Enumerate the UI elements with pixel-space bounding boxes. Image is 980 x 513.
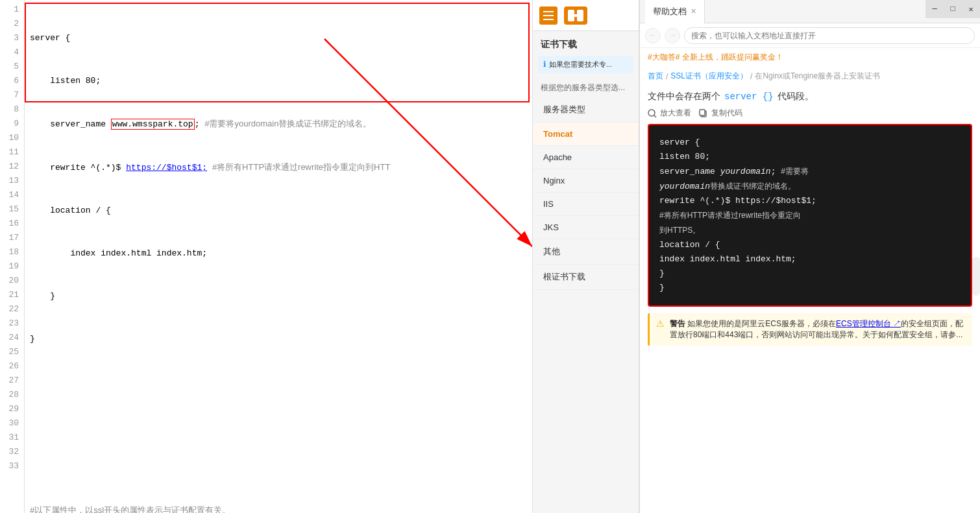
search-input[interactable]	[684, 27, 975, 44]
code-content: server { listen 80; server_name www.wmss…	[25, 0, 532, 513]
breadcrumb-home[interactable]: 首页	[648, 71, 663, 82]
line-numbers: 12345 678910 1112131415 1617181920 21222…	[0, 0, 25, 513]
content-title: 文件中会存在两个 server {} 代码段。	[648, 91, 972, 102]
breadcrumb-sep2: /	[750, 72, 752, 81]
promo-banner: #大咖答# 全新上线，踊跃提问赢奖金！	[640, 48, 980, 67]
sidebar-item-root-cert[interactable]: 根证书下载	[533, 265, 639, 290]
right-panel: — □ ✕ 帮助文档 ✕ ← → #大咖答# 全新上线，踊跃提问赢奖金！ 首页 …	[639, 0, 980, 513]
svg-rect-4	[570, 14, 581, 17]
window-controls: — □ ✕	[925, 0, 980, 18]
warning-icon: ⚠	[656, 318, 665, 340]
tab-close-button[interactable]: ✕	[691, 7, 696, 16]
middle-panel: 证书下载 ℹ 如果您需要技术专... 根据您的服务器类型选... 服务器类型 T…	[532, 0, 639, 513]
breadcrumb-current: 在Nginx或Tengine服务器上安装证书	[755, 71, 880, 82]
code-editor-panel: 12345 678910 1112131415 1617181920 21222…	[0, 0, 532, 513]
breadcrumb-ssl[interactable]: SSL证书（应用安全）	[670, 71, 748, 82]
sidebar-item-tomcat[interactable]: Tomcat	[533, 123, 639, 146]
code-block-dark: server { listen 80; server_name yourdoma…	[648, 124, 972, 307]
code-area: 12345 678910 1112131415 1617181920 21222…	[0, 0, 532, 513]
minimize-button[interactable]: —	[925, 0, 944, 18]
ecs-link[interactable]: ECS管理控制台 ↗	[836, 319, 901, 328]
sidebar-item-server-type[interactable]: 服务器类型	[533, 97, 639, 123]
logo-icon	[564, 6, 587, 25]
breadcrumb: 首页 / SSL证书（应用安全） / 在Nginx或Tengine服务器上安装证…	[640, 67, 980, 86]
scrollbar[interactable]	[972, 257, 980, 296]
info-banner: ℹ 如果您需要技术专...	[538, 56, 633, 73]
sidebar-item-other[interactable]: 其他	[533, 239, 639, 265]
top-nav-bar	[533, 0, 639, 31]
action-bar: 放大查看 复制代码	[648, 108, 972, 119]
info-icon: ℹ	[543, 60, 546, 69]
content-title-code: server {}	[724, 91, 774, 102]
svg-rect-8	[700, 110, 705, 115]
code-lines: 12345 678910 1112131415 1617181920 21222…	[0, 0, 532, 513]
copy-action[interactable]: 复制代码	[699, 108, 742, 119]
forward-button[interactable]: →	[665, 28, 680, 43]
sidebar-menu: 服务器类型 Tomcat Apache Nginx IIS JKS 其他 根证书…	[533, 97, 639, 513]
nav-bar: ← →	[640, 23, 980, 48]
main-content: 文件中会存在两个 server {} 代码段。 放大查看 复制代码	[640, 86, 980, 513]
sidebar-item-apache[interactable]: Apache	[533, 146, 639, 169]
sidebar-item-jks[interactable]: JKS	[533, 216, 639, 239]
breadcrumb-sep1: /	[666, 72, 668, 81]
promo-text: #大咖答# 全新上线，踊跃提问赢奖金！	[648, 53, 783, 62]
zoom-action[interactable]: 放大查看	[648, 108, 691, 119]
server-type-label: 根据您的服务器类型选...	[533, 78, 639, 97]
warning-box: ⚠ 警告 如果您使用的是阿里云ECS服务器，必须在ECS管理控制台 ↗的安全组页…	[648, 313, 972, 346]
warning-content: 警告 如果您使用的是阿里云ECS服务器，必须在ECS管理控制台 ↗的安全组页面，…	[670, 318, 966, 340]
warning-text: 如果您使用的是阿里云ECS服务器，必须在ECS管理控制台 ↗的安全组页面，配置放…	[670, 319, 963, 339]
help-doc-tab[interactable]: 帮助文档 ✕	[645, 0, 705, 23]
info-text: 如果您需要技术专...	[549, 60, 612, 69]
content-title-text: 文件中会存在两个	[648, 91, 720, 102]
restore-button[interactable]: □	[944, 0, 962, 18]
close-button[interactable]: ✕	[962, 0, 980, 18]
sidebar-item-nginx[interactable]: Nginx	[533, 169, 639, 193]
tab-label: 帮助文档	[653, 6, 687, 18]
section-title: 证书下载	[533, 31, 639, 56]
sidebar-item-iis[interactable]: IIS	[533, 193, 639, 216]
hamburger-menu-button[interactable]	[539, 6, 557, 25]
svg-line-6	[654, 115, 657, 117]
content-title-suffix: 代码段。	[778, 91, 814, 102]
warning-label: 警告	[670, 319, 685, 328]
back-button[interactable]: ←	[645, 28, 661, 43]
